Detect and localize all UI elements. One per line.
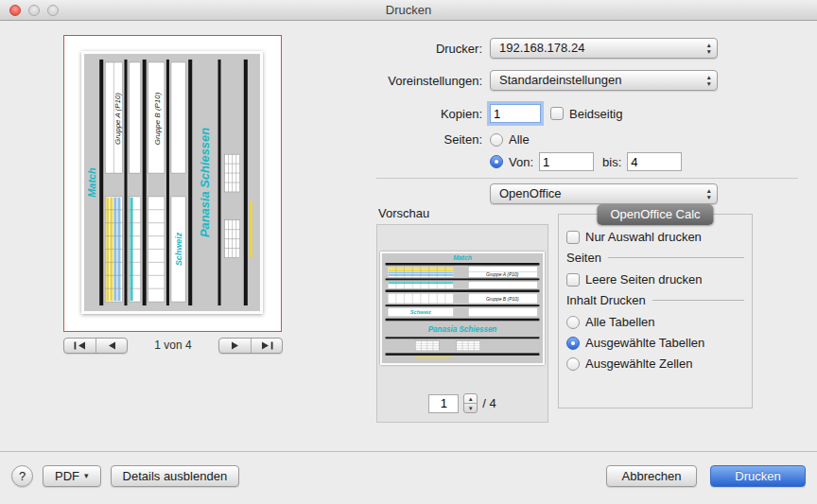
footer-separator [0, 451, 817, 452]
all-sheets-label: Alle Tabellen [585, 315, 654, 329]
zoom-button [47, 5, 59, 16]
content-section-label: Inhalt Drucken [566, 293, 646, 307]
presets-row: Voreinstellungen: Standardeinstellungen … [376, 70, 798, 91]
pages-from-radio[interactable] [490, 155, 503, 168]
printer-label: Drucker: [376, 42, 490, 56]
page-schweiz-text: Schweiz [410, 309, 431, 315]
pages-section-header: Seiten [566, 251, 744, 265]
hide-details-label: Details ausblenden [123, 469, 228, 483]
chevron-down-icon: ▾ [84, 471, 89, 480]
pages-from-input[interactable] [539, 152, 594, 171]
help-button[interactable]: ? [11, 465, 33, 487]
only-selection-checkbox[interactable] [566, 231, 580, 244]
pages-from-label: Von: [509, 155, 533, 169]
page-match-text: Match [453, 254, 472, 261]
page-total-label: / 4 [482, 396, 495, 410]
preview-page: Match Gruppe A (P10) [81, 51, 263, 314]
page-indicator: 1 von 4 [128, 339, 218, 352]
spreadsheet-page-art: Match [380, 252, 545, 365]
stepper-up-button[interactable]: ▲ [464, 394, 477, 404]
pages-label: Seiten: [376, 132, 490, 147]
page-gruppe-a-text: Gruppe A (P10) [113, 93, 122, 145]
selected-cells-radio[interactable] [566, 357, 580, 371]
app-popup-row: OpenOffice ▲▼ [376, 183, 798, 204]
selected-cells-label: Ausgewählte Zellen [585, 356, 692, 371]
only-selection-label: Nur Auswahl drucken [585, 230, 702, 244]
page-gruppe-b-text: Gruppe B (P10) [486, 296, 519, 302]
vorschau-column: Vorschau Match [376, 206, 548, 423]
selected-sheets-radio[interactable] [566, 337, 580, 350]
nav-back-group [63, 338, 128, 354]
traffic-lights [9, 5, 59, 16]
lower-section: Vorschau Match [376, 206, 798, 423]
vorschau-box: Match [376, 224, 548, 423]
calc-tab: OpenOffice Calc [597, 204, 713, 225]
print-preview-well[interactable]: Match Gruppe A (P10) [63, 35, 282, 332]
page-schweiz-text: Schweiz [174, 232, 183, 266]
calc-options-box: OpenOffice Calc Nur Auswahl drucken Seit… [558, 214, 753, 408]
printer-popup[interactable]: 192.168.178.24 ▲▼ [490, 38, 718, 59]
pages-to-label: bis: [602, 155, 621, 169]
print-button[interactable]: Drucken [710, 465, 806, 487]
page-gruppe-a-text: Gruppe A (P10) [486, 271, 519, 277]
last-page-icon [261, 341, 273, 350]
presets-label: Voreinstellungen: [376, 74, 490, 88]
pane-separator [376, 178, 798, 179]
cancel-button[interactable]: Abbrechen [606, 465, 697, 487]
prev-page-icon [108, 341, 116, 350]
skip-empty-row: Leere Seiten drucken [566, 272, 744, 287]
popup-arrows-icon: ▲▼ [706, 74, 712, 87]
vorschau-thumbnail: Match [380, 252, 545, 365]
page-number-input[interactable] [428, 394, 459, 413]
print-label: Drucken [735, 469, 780, 483]
pages-all-label: Alle [509, 132, 530, 147]
only-selection-row: Nur Auswahl drucken [566, 230, 744, 244]
nav-next-button[interactable] [219, 339, 251, 353]
presets-popup[interactable]: Standardeinstellungen ▲▼ [490, 70, 718, 91]
stepper-down-button[interactable]: ▼ [464, 404, 477, 412]
pdf-label: PDF [55, 469, 79, 483]
window-title: Drucken [0, 0, 817, 21]
skip-empty-checkbox[interactable] [566, 273, 580, 287]
nav-last-button[interactable] [251, 339, 282, 353]
nav-first-button[interactable] [64, 339, 96, 353]
close-button[interactable] [9, 5, 21, 16]
selected-sheets-label: Ausgewählte Tabellen [585, 336, 704, 350]
first-page-icon [74, 341, 86, 350]
presets-popup-value: Standardeinstellungen [499, 73, 621, 87]
calc-options-column: OpenOffice Calc Nur Auswahl drucken Seit… [558, 206, 753, 423]
page-stepper: ▲ ▼ [463, 393, 478, 413]
preview-pagination: 1 von 4 [63, 337, 283, 354]
spreadsheet-page-art: Match Gruppe A (P10) [81, 51, 263, 314]
popup-arrows-icon: ▲▼ [706, 42, 712, 55]
skip-empty-label: Leere Seiten drucken [585, 272, 703, 287]
page-match-text: Match [86, 167, 97, 198]
footer: ? PDF ▾ Details ausblenden Abbrechen Dru… [11, 464, 806, 487]
pagenum-controls: ▲ ▼ / 4 [377, 393, 548, 413]
popup-arrows-icon: ▲▼ [706, 187, 712, 200]
copies-row: Kopien: Beidseitig [376, 104, 798, 123]
pdf-menu-button[interactable]: PDF ▾ [43, 465, 101, 487]
nav-prev-button[interactable] [96, 339, 127, 353]
printer-popup-value: 192.168.178.24 [499, 41, 584, 55]
page-title-text: Panasia Schiessen [428, 325, 497, 334]
duplex-label: Beidseitig [569, 107, 622, 121]
duplex-checkbox[interactable] [550, 107, 564, 120]
all-sheets-radio[interactable] [566, 316, 580, 329]
minimize-button [28, 5, 40, 16]
page-gruppe-b-text: Gruppe B (P10) [153, 92, 162, 145]
copies-label: Kopien: [376, 107, 490, 121]
app-popup[interactable]: OpenOffice ▲▼ [490, 183, 718, 204]
print-options-pane: Drucker: 192.168.178.24 ▲▼ Voreinstellun… [376, 38, 798, 423]
all-sheets-row: Alle Tabellen [566, 315, 744, 329]
next-page-icon [231, 341, 239, 350]
pages-to-input[interactable] [627, 152, 682, 171]
pages-all-row: Seiten: Alle [376, 132, 798, 147]
pages-all-radio[interactable] [490, 133, 503, 147]
copies-input[interactable] [490, 104, 541, 123]
hide-details-button[interactable]: Details ausblenden [111, 465, 240, 487]
pages-range-row: Von: bis: [376, 152, 798, 171]
pages-section-label: Seiten [566, 251, 601, 265]
nav-forward-group [218, 338, 283, 354]
content-section-header: Inhalt Drucken [566, 293, 744, 307]
